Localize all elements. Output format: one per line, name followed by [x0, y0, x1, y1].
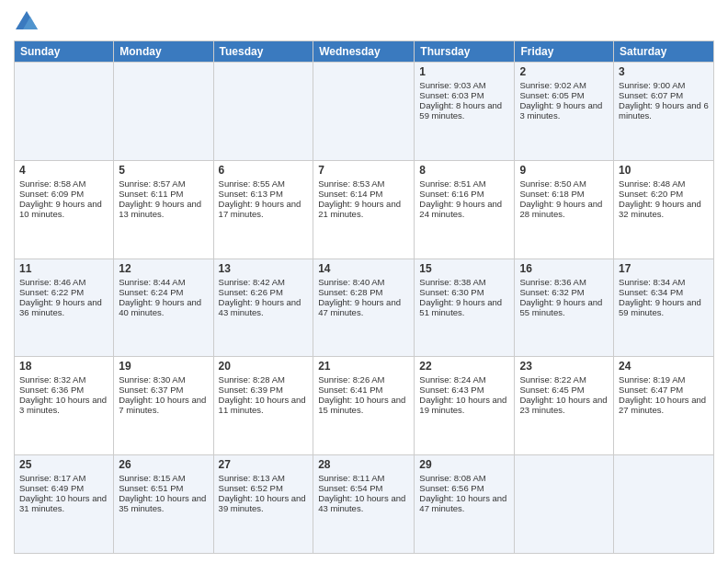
calendar-week-row: 18Sunrise: 8:32 AMSunset: 6:36 PMDayligh… [15, 357, 714, 455]
col-header-tuesday: Tuesday [213, 41, 313, 63]
day-info: Sunset: 6:18 PM [519, 189, 609, 199]
day-number: 3 [619, 65, 709, 78]
day-info: Daylight: 9 hours and 10 minutes. [19, 199, 108, 219]
day-info: Daylight: 9 hours and 36 minutes. [19, 297, 108, 317]
day-info: Sunrise: 8:28 AM [219, 374, 309, 385]
day-number: 17 [619, 262, 709, 275]
day-number: 5 [119, 164, 208, 177]
calendar-table: SundayMondayTuesdayWednesdayThursdayFrid… [14, 40, 714, 554]
col-header-saturday: Saturday [614, 41, 714, 63]
day-info: Daylight: 10 hours and 7 minutes. [119, 395, 208, 415]
day-info: Sunset: 6:54 PM [318, 483, 409, 493]
calendar-cell: 1Sunrise: 9:03 AMSunset: 6:03 PMDaylight… [415, 63, 515, 161]
day-info: Sunrise: 8:11 AM [318, 473, 409, 483]
day-info: Sunset: 6:56 PM [419, 483, 509, 493]
calendar-cell: 26Sunrise: 8:15 AMSunset: 6:51 PMDayligh… [114, 455, 213, 554]
day-info: Sunrise: 8:48 AM [619, 178, 709, 189]
calendar-cell: 6Sunrise: 8:55 AMSunset: 6:13 PMDaylight… [213, 160, 313, 259]
calendar-cell: 8Sunrise: 8:51 AMSunset: 6:16 PMDaylight… [415, 160, 515, 259]
day-info: Sunset: 6:09 PM [19, 189, 108, 199]
day-info: Sunset: 6:41 PM [318, 385, 409, 395]
day-info: Sunrise: 8:38 AM [419, 277, 509, 287]
calendar-cell: 4Sunrise: 8:58 AMSunset: 6:09 PMDaylight… [15, 160, 114, 259]
day-number: 18 [19, 360, 108, 373]
day-info: Sunrise: 8:44 AM [119, 277, 208, 287]
day-number: 22 [419, 360, 509, 373]
day-info: Sunset: 6:24 PM [119, 287, 208, 297]
day-info: Sunrise: 8:40 AM [318, 277, 409, 287]
calendar-week-row: 1Sunrise: 9:03 AMSunset: 6:03 PMDaylight… [15, 63, 714, 161]
day-info: Sunset: 6:49 PM [19, 483, 108, 493]
day-number: 23 [519, 360, 609, 373]
day-number: 15 [419, 262, 509, 275]
day-number: 21 [318, 360, 409, 373]
calendar-cell: 19Sunrise: 8:30 AMSunset: 6:37 PMDayligh… [114, 357, 213, 455]
day-number: 26 [119, 458, 208, 471]
day-info: Sunset: 6:52 PM [219, 483, 309, 493]
calendar-cell: 5Sunrise: 8:57 AMSunset: 6:11 PMDaylight… [114, 160, 213, 259]
day-info: Sunset: 6:26 PM [219, 287, 309, 297]
col-header-friday: Friday [515, 41, 614, 63]
day-info: Sunrise: 8:55 AM [219, 178, 309, 189]
day-number: 14 [318, 262, 409, 275]
day-number: 28 [318, 458, 409, 471]
day-number: 12 [119, 262, 208, 275]
day-info: Daylight: 9 hours and 24 minutes. [419, 199, 509, 219]
calendar-cell: 17Sunrise: 8:34 AMSunset: 6:34 PMDayligh… [614, 259, 714, 357]
day-number: 1 [419, 65, 509, 78]
day-info: Daylight: 9 hours and 6 minutes. [619, 100, 709, 121]
day-info: Daylight: 10 hours and 23 minutes. [519, 395, 609, 415]
day-info: Sunset: 6:11 PM [119, 189, 208, 199]
col-header-monday: Monday [114, 41, 213, 63]
day-number: 19 [119, 360, 208, 373]
calendar-cell: 9Sunrise: 8:50 AMSunset: 6:18 PMDaylight… [515, 160, 614, 259]
day-info: Sunset: 6:22 PM [19, 287, 108, 297]
day-info: Daylight: 9 hours and 43 minutes. [219, 297, 309, 317]
day-info: Sunrise: 8:51 AM [419, 178, 509, 189]
calendar-cell: 25Sunrise: 8:17 AMSunset: 6:49 PMDayligh… [15, 455, 114, 554]
calendar-cell: 27Sunrise: 8:13 AMSunset: 6:52 PMDayligh… [213, 455, 313, 554]
calendar-cell: 15Sunrise: 8:38 AMSunset: 6:30 PMDayligh… [415, 259, 515, 357]
day-info: Daylight: 9 hours and 47 minutes. [318, 297, 409, 317]
day-number: 24 [619, 360, 709, 373]
calendar-cell [213, 63, 313, 161]
day-info: Sunrise: 8:13 AM [219, 473, 309, 483]
day-info: Sunset: 6:03 PM [419, 90, 509, 100]
day-info: Sunrise: 8:46 AM [19, 277, 108, 287]
day-number: 4 [19, 164, 108, 177]
day-info: Daylight: 8 hours and 59 minutes. [419, 100, 509, 121]
logo-icon [14, 9, 40, 35]
day-number: 6 [219, 164, 309, 177]
day-info: Sunrise: 8:26 AM [318, 374, 409, 385]
day-info: Sunset: 6:28 PM [318, 287, 409, 297]
day-info: Daylight: 9 hours and 3 minutes. [519, 100, 609, 121]
header [14, 9, 714, 35]
day-info: Sunrise: 8:19 AM [619, 374, 709, 385]
day-info: Sunrise: 9:00 AM [619, 80, 709, 90]
day-info: Sunrise: 8:50 AM [519, 178, 609, 189]
day-info: Daylight: 9 hours and 55 minutes. [519, 297, 609, 317]
day-info: Daylight: 10 hours and 15 minutes. [318, 395, 409, 415]
col-header-thursday: Thursday [415, 41, 515, 63]
day-info: Sunrise: 8:32 AM [19, 374, 108, 385]
calendar-header-row: SundayMondayTuesdayWednesdayThursdayFrid… [15, 41, 714, 63]
day-info: Sunrise: 8:36 AM [519, 277, 609, 287]
calendar-cell [15, 63, 114, 161]
day-info: Daylight: 9 hours and 17 minutes. [219, 199, 309, 219]
day-info: Sunset: 6:05 PM [519, 90, 609, 100]
day-number: 8 [419, 164, 509, 177]
day-info: Daylight: 9 hours and 28 minutes. [519, 199, 609, 219]
day-info: Sunset: 6:36 PM [19, 385, 108, 395]
day-info: Sunrise: 8:42 AM [219, 277, 309, 287]
day-info: Sunrise: 8:22 AM [519, 374, 609, 385]
day-number: 9 [519, 164, 609, 177]
day-info: Sunset: 6:13 PM [219, 189, 309, 199]
day-info: Sunset: 6:14 PM [318, 189, 409, 199]
calendar-cell: 21Sunrise: 8:26 AMSunset: 6:41 PMDayligh… [313, 357, 415, 455]
day-info: Sunrise: 9:02 AM [519, 80, 609, 90]
day-info: Daylight: 9 hours and 32 minutes. [619, 199, 709, 219]
day-number: 13 [219, 262, 309, 275]
calendar-cell: 12Sunrise: 8:44 AMSunset: 6:24 PMDayligh… [114, 259, 213, 357]
day-info: Sunset: 6:34 PM [619, 287, 709, 297]
day-info: Sunset: 6:43 PM [419, 385, 509, 395]
